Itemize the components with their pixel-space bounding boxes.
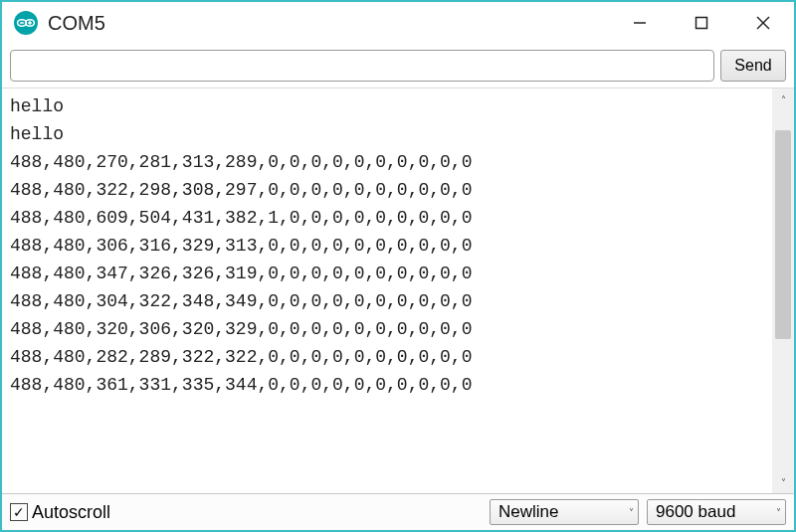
autoscroll-label: Autoscroll [32, 502, 110, 523]
serial-monitor-window: COM5 Send hello hello 488,480,270,281,31… [0, 0, 796, 532]
scroll-track[interactable] [772, 110, 794, 471]
chevron-down-icon: ˅ [629, 507, 634, 518]
autoscroll-checkbox[interactable]: ✓ Autoscroll [10, 502, 110, 523]
window-title: COM5 [48, 12, 105, 35]
vertical-scrollbar[interactable]: ˄ ˅ [772, 89, 794, 493]
chevron-down-icon: ˅ [776, 507, 781, 518]
baud-dropdown[interactable]: 9600 baud ˅ [647, 499, 786, 525]
serial-output: hello hello 488,480,270,281,313,289,0,0,… [2, 89, 772, 493]
scroll-up-icon[interactable]: ˄ [772, 89, 794, 110]
scroll-down-icon[interactable]: ˅ [772, 471, 794, 493]
send-row: Send [2, 44, 794, 88]
svg-rect-7 [696, 18, 707, 29]
scroll-thumb[interactable] [775, 130, 791, 339]
close-button[interactable] [732, 2, 794, 44]
title-bar: COM5 [2, 2, 794, 44]
serial-input[interactable] [10, 50, 714, 82]
output-area: hello hello 488,480,270,281,313,289,0,0,… [2, 88, 794, 494]
arduino-icon [12, 9, 40, 37]
checkbox-box[interactable]: ✓ [10, 503, 28, 521]
maximize-button[interactable] [671, 2, 732, 44]
line-ending-value: Newline [498, 502, 558, 522]
status-bar: ✓ Autoscroll Newline ˅ 9600 baud ˅ [2, 494, 794, 530]
baud-value: 9600 baud [656, 502, 735, 522]
minimize-button[interactable] [609, 2, 671, 44]
send-button[interactable]: Send [720, 50, 786, 82]
line-ending-dropdown[interactable]: Newline ˅ [490, 499, 639, 525]
